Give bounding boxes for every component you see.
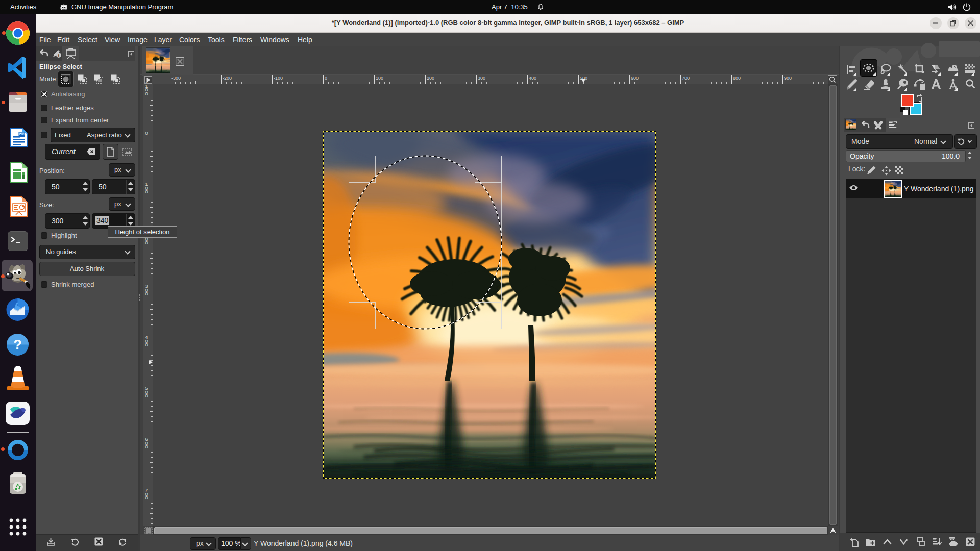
svg-text:?: ? <box>13 337 22 353</box>
